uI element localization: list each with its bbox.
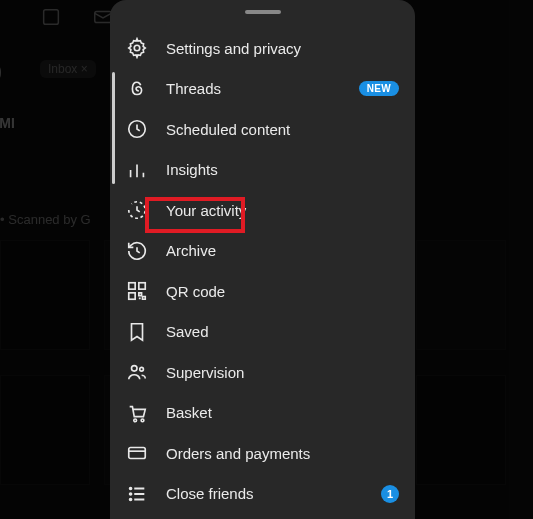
svg-rect-11	[129, 448, 146, 459]
menu-item-scheduled[interactable]: Scheduled content	[110, 109, 415, 150]
svg-point-9	[134, 419, 137, 422]
menu-list: Settings and privacy Threads NEW Schedul…	[110, 28, 415, 514]
menu-label: Scheduled content	[166, 121, 290, 138]
svg-point-12	[130, 487, 132, 489]
svg-point-13	[130, 493, 132, 495]
list-icon	[126, 483, 148, 505]
svg-point-8	[140, 368, 144, 372]
svg-point-7	[132, 366, 138, 372]
menu-item-orders[interactable]: Orders and payments	[110, 433, 415, 474]
settings-bottom-sheet: Settings and privacy Threads NEW Schedul…	[110, 0, 415, 519]
new-badge: NEW	[359, 81, 399, 96]
threads-icon	[126, 78, 148, 100]
drag-handle[interactable]	[245, 10, 281, 14]
menu-item-qrcode[interactable]: QR code	[110, 271, 415, 312]
menu-item-insights[interactable]: Insights	[110, 150, 415, 191]
menu-item-basket[interactable]: Basket	[110, 393, 415, 434]
svg-point-14	[130, 498, 132, 500]
people-icon	[126, 361, 148, 383]
bookmark-icon	[126, 321, 148, 343]
menu-label: Your activity	[166, 202, 246, 219]
menu-label: Basket	[166, 404, 212, 421]
menu-item-saved[interactable]: Saved	[110, 312, 415, 353]
menu-label: Insights	[166, 161, 218, 178]
svg-rect-4	[129, 283, 135, 289]
menu-label: Supervision	[166, 364, 244, 381]
menu-label: Close friends	[166, 485, 254, 502]
activity-icon	[126, 199, 148, 221]
menu-label: Saved	[166, 323, 209, 340]
svg-rect-5	[139, 283, 145, 289]
svg-point-10	[141, 419, 144, 422]
cart-icon	[126, 402, 148, 424]
qr-icon	[126, 280, 148, 302]
svg-rect-6	[129, 293, 135, 299]
menu-item-close-friends[interactable]: Close friends 1	[110, 474, 415, 515]
menu-item-activity[interactable]: Your activity	[110, 190, 415, 231]
menu-label: QR code	[166, 283, 225, 300]
menu-item-settings[interactable]: Settings and privacy	[110, 28, 415, 69]
clock-icon	[126, 118, 148, 140]
count-badge: 1	[381, 485, 399, 503]
history-icon	[126, 240, 148, 262]
menu-item-archive[interactable]: Archive	[110, 231, 415, 272]
menu-label: Settings and privacy	[166, 40, 301, 57]
svg-point-2	[134, 46, 140, 52]
menu-item-threads[interactable]: Threads NEW	[110, 69, 415, 110]
gear-icon	[126, 37, 148, 59]
menu-item-supervision[interactable]: Supervision	[110, 352, 415, 393]
chart-icon	[126, 159, 148, 181]
card-icon	[126, 442, 148, 464]
menu-label: Archive	[166, 242, 216, 259]
menu-label: Orders and payments	[166, 445, 310, 462]
menu-label: Threads	[166, 80, 221, 97]
